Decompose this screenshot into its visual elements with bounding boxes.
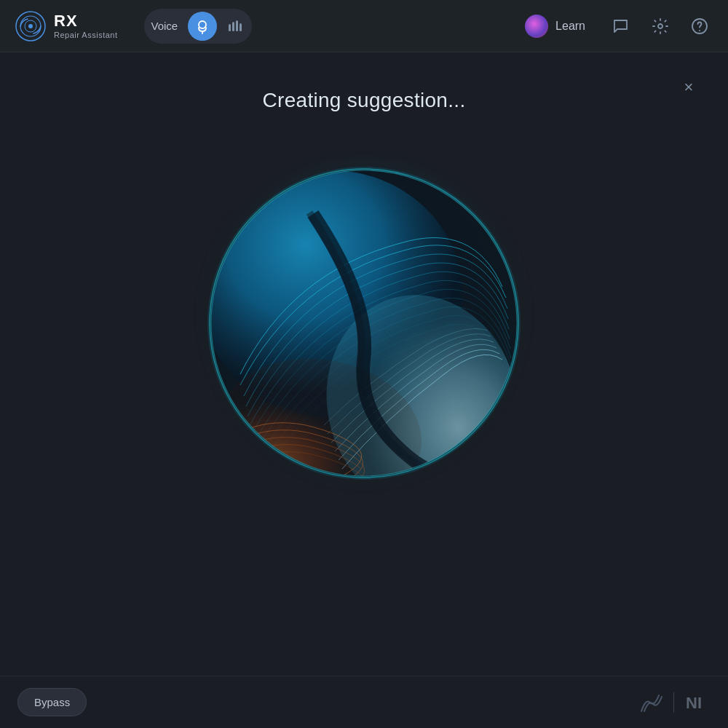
bypass-label: Bypass (34, 696, 70, 708)
voice-toggle[interactable]: Voice (144, 9, 253, 44)
ni-text-icon: NI (684, 692, 711, 713)
voice-bars-button[interactable] (220, 12, 249, 41)
brand-area: NI (640, 692, 711, 713)
svg-rect-8 (236, 20, 238, 31)
mic-icon (194, 18, 210, 34)
voice-mic-button[interactable] (188, 12, 217, 41)
svg-rect-6 (229, 24, 231, 31)
svg-text:NI: NI (686, 694, 702, 712)
logo-text: RX Repair Assistant (54, 12, 118, 39)
voice-label: Voice (147, 20, 186, 32)
chat-icon (612, 17, 630, 35)
logo-icon (15, 10, 47, 42)
suggestion-title: Creating suggestion... (263, 89, 466, 112)
logo-subtitle: Repair Assistant (54, 31, 118, 39)
svg-rect-9 (240, 23, 242, 31)
orb-animation (197, 156, 531, 491)
svg-rect-7 (232, 22, 234, 31)
learn-icon (525, 15, 548, 38)
settings-icon (652, 17, 669, 35)
help-icon (691, 17, 708, 35)
bars-icon (226, 18, 242, 34)
app-header: RX Repair Assistant Voice (0, 0, 728, 52)
brand-divider (673, 692, 674, 713)
chat-button[interactable] (607, 12, 635, 40)
learn-button[interactable]: Learn (515, 10, 596, 42)
svg-point-4 (199, 21, 206, 28)
svg-point-3 (28, 24, 33, 28)
orb-svg (197, 156, 531, 491)
main-content: Creating suggestion... × (0, 52, 728, 676)
svg-point-12 (699, 30, 700, 31)
settings-button[interactable] (646, 12, 674, 40)
learn-label: Learn (555, 20, 585, 33)
logo-area: RX Repair Assistant (15, 10, 118, 42)
logo-rx-label: RX (54, 12, 118, 30)
close-button[interactable]: × (676, 74, 702, 100)
ni-squiggle-icon (640, 692, 663, 713)
close-icon: × (684, 78, 694, 97)
svg-point-10 (658, 24, 662, 28)
bypass-button[interactable]: Bypass (17, 688, 87, 716)
help-button[interactable] (686, 12, 713, 40)
app-footer: Bypass NI (0, 676, 728, 728)
